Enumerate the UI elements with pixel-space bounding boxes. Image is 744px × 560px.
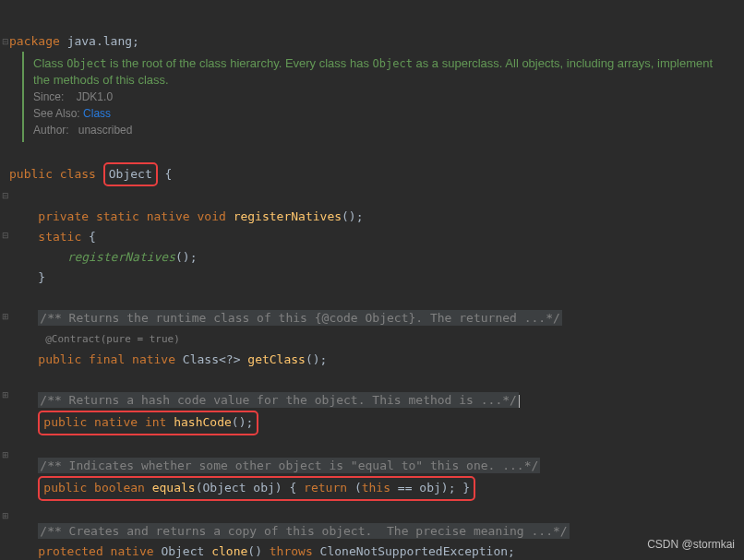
since-label: Since: [33, 90, 64, 103]
watermark: CSDN @stormkai [647, 534, 735, 554]
getclass-name: getClass [247, 352, 306, 366]
code-editor[interactable]: package java.lang; Class Object is the r… [0, 0, 744, 560]
class-javadoc: Class Object is the root of the class hi… [22, 52, 724, 142]
class-keyword: class [60, 167, 96, 181]
package-name: java.lang [67, 34, 132, 48]
clone-doc[interactable]: /** Creates and returns a copy of this o… [38, 523, 569, 539]
fold-icon[interactable]: ⊞ [2, 385, 9, 405]
fold-icon[interactable]: ⊞ [2, 506, 9, 526]
hashcode-highlight: public native int hashCode(); [38, 411, 258, 435]
hashcode-doc[interactable]: /** Returns a hash code value for the ob… [38, 392, 519, 408]
clone-exception: CloneNotSupportedException [320, 544, 509, 558]
clone-name: clone [211, 544, 247, 558]
equals-highlight: public boolean equals(Object obj) { retu… [38, 476, 475, 501]
register-name: registerNatives [234, 209, 342, 223]
see-also-label: See Also: [33, 107, 80, 120]
fold-icon[interactable]: ⊟ [2, 31, 9, 52]
equals-doc[interactable]: /** Indicates whether some other object … [38, 458, 540, 473]
fold-icon[interactable]: ⊞ [2, 306, 9, 327]
register-mods: private static native void [38, 209, 226, 223]
clone-mods: protected native [38, 544, 153, 558]
getclass-doc[interactable]: /** Returns the runtime class of this {@… [38, 310, 562, 326]
fold-icon[interactable]: ⊞ [2, 445, 9, 465]
see-also-link[interactable]: Class [83, 107, 111, 120]
static-call: registerNatives [67, 250, 175, 264]
fold-icon[interactable]: ⊟ [2, 225, 9, 245]
since-value: JDK1.0 [77, 90, 113, 103]
static-kw: static [38, 230, 81, 244]
author-value: unascribed [78, 124, 133, 137]
getclass-mods: public final native [38, 352, 175, 366]
text-caret [519, 395, 520, 408]
contract-anno: @Contract(pure = true) [45, 333, 180, 345]
package-keyword: package [9, 34, 60, 48]
fold-icon[interactable]: ⊟ [2, 185, 9, 206]
class-name-highlight: Object [103, 162, 158, 186]
class-public: public [9, 167, 53, 181]
author-label: Author: [33, 124, 69, 137]
